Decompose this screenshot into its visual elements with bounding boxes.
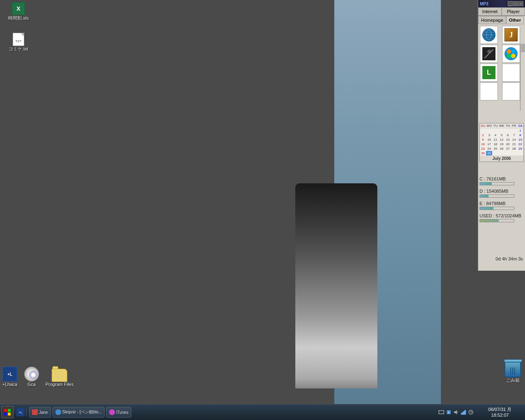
svg-rect-13 bbox=[4, 409, 7, 412]
disk-stat-c: C : 76161MB bbox=[479, 176, 524, 185]
ql-gca[interactable]: Gca bbox=[24, 366, 39, 387]
taskbar-jane[interactable]: Jane bbox=[29, 407, 51, 418]
panel-icon-globe[interactable] bbox=[480, 26, 498, 44]
taskbar-right: A 06/07/31 月 18:52:07 bbox=[436, 404, 525, 420]
mp3-maximize[interactable]: □ bbox=[513, 1, 518, 6]
panel-scrollbar[interactable] bbox=[520, 43, 525, 111]
cal-cell-1-3[interactable]: 5 bbox=[498, 133, 504, 137]
cal-header-th: TH bbox=[505, 123, 511, 128]
cal-cell-2-5[interactable]: 14 bbox=[511, 137, 517, 142]
mp3-title: MP3 bbox=[480, 2, 488, 6]
cal-cell-3-2[interactable]: 18 bbox=[492, 142, 498, 146]
tools-icon bbox=[482, 47, 495, 60]
cal-cell-3-0[interactable]: 16 bbox=[480, 142, 486, 146]
ql-lhaca[interactable]: +L +Lhaca bbox=[2, 366, 18, 387]
cal-cell-3-5[interactable]: 21 bbox=[511, 142, 517, 146]
cal-cell-4-1[interactable]: 24 bbox=[486, 146, 492, 151]
svg-rect-24 bbox=[463, 411, 464, 415]
tools-svg bbox=[482, 47, 495, 60]
cal-cell-1-5[interactable]: 7 bbox=[511, 133, 517, 137]
cal-cell-5-6 bbox=[517, 151, 523, 155]
start-button[interactable] bbox=[1, 406, 14, 418]
cal-cell-3-1[interactable]: 17 bbox=[486, 142, 492, 146]
mp3-minimize[interactable]: _ bbox=[508, 1, 513, 6]
tray-icon-2[interactable]: A bbox=[445, 409, 452, 415]
cal-cell-4-5[interactable]: 28 bbox=[511, 146, 517, 151]
ql-program-files[interactable]: Program Files bbox=[46, 366, 73, 387]
tab-internet[interactable]: Internet bbox=[478, 7, 502, 16]
taskbar-itunes[interactable]: iTunes bbox=[106, 407, 131, 418]
cal-cell-4-3[interactable]: 26 bbox=[498, 146, 504, 151]
cal-cell-2-6[interactable]: 15 bbox=[517, 137, 523, 142]
tab-other[interactable]: Other bbox=[506, 16, 524, 24]
system-tray: A bbox=[438, 409, 474, 415]
tab-homepage[interactable]: Homepage bbox=[478, 16, 506, 24]
tray-network-icon[interactable] bbox=[460, 409, 467, 415]
gca-label: Gca bbox=[27, 382, 36, 387]
panel-icon-tools[interactable] bbox=[480, 45, 498, 63]
cal-cell-5-1[interactable]: 31 bbox=[486, 151, 492, 155]
cal-cell-1-0[interactable]: 2 bbox=[480, 133, 486, 137]
panel-icon-msn[interactable] bbox=[502, 45, 520, 63]
cal-cell-2-1[interactable]: 10 bbox=[486, 137, 492, 142]
cal-cell-2-2[interactable]: 11 bbox=[492, 137, 498, 142]
cal-cell-1-4[interactable]: 6 bbox=[505, 133, 511, 137]
trash-icon-img bbox=[504, 361, 521, 377]
desktop-icon-txt[interactable]: TXT コミケ.txt bbox=[2, 33, 35, 52]
cal-cell-4-0[interactable]: 23 bbox=[480, 146, 486, 151]
tray-volume-icon[interactable] bbox=[453, 409, 459, 415]
l-green-icon: L bbox=[482, 66, 495, 79]
taskbar-itunes-label: iTunes bbox=[116, 410, 128, 415]
cal-cell-3-3[interactable]: 19 bbox=[498, 142, 504, 146]
taskbar-sleipnir[interactable]: Sleipnir - [ペン館blo... bbox=[52, 407, 105, 418]
itunes-icon bbox=[109, 409, 115, 415]
cal-cell-3-6[interactable]: 22 bbox=[517, 142, 523, 146]
memory-bar bbox=[479, 219, 514, 222]
panel-icon-empty2[interactable] bbox=[480, 82, 498, 100]
program-files-label: Program Files bbox=[46, 382, 73, 387]
calendar-day-headers: SU MO TU WE TH FR SA bbox=[480, 123, 523, 128]
panel-icon-j[interactable]: J bbox=[502, 26, 520, 44]
panel-icon-empty3[interactable] bbox=[502, 82, 520, 100]
cal-cell-1-1[interactable]: 3 bbox=[486, 133, 492, 137]
wallpaper-person bbox=[295, 183, 377, 388]
txt-icon: TXT bbox=[13, 33, 24, 46]
cal-cell-4-4[interactable]: 27 bbox=[505, 146, 511, 151]
cal-cell-3-4[interactable]: 20 bbox=[505, 142, 511, 146]
cal-cell-2-0[interactable]: 9 bbox=[480, 137, 486, 142]
cal-cell-5-2 bbox=[492, 151, 498, 155]
cal-cell-4-6[interactable]: 29 bbox=[517, 146, 523, 151]
clock-date: 06/07/31 月 bbox=[477, 406, 523, 412]
cal-cell-2-3[interactable]: 12 bbox=[498, 137, 504, 142]
cal-cell-4-2[interactable]: 25 bbox=[492, 146, 498, 151]
disk-d-fill bbox=[480, 195, 488, 197]
clock-display: 06/07/31 月 18:52:07 bbox=[477, 406, 523, 418]
panel-icon-empty1[interactable] bbox=[502, 64, 520, 82]
tray-icon-5[interactable] bbox=[468, 409, 474, 415]
cal-cell-5-0[interactable]: 30 bbox=[480, 151, 486, 155]
trash-icon[interactable]: ごみ箱 bbox=[504, 361, 521, 383]
tb-ql-icon[interactable]: +L bbox=[16, 408, 25, 416]
mp3-controls: _ □ × bbox=[508, 1, 523, 6]
svg-rect-25 bbox=[464, 410, 466, 415]
cal-cell-0-1 bbox=[486, 128, 492, 133]
svg-line-5 bbox=[484, 49, 493, 58]
txt-icon-label: コミケ.txt bbox=[9, 46, 28, 52]
cal-cell-0-6[interactable]: 1 bbox=[517, 128, 523, 133]
disk-c-bar bbox=[479, 182, 514, 185]
cal-cell-1-6[interactable]: 8 bbox=[517, 133, 523, 137]
sleipnir-icon bbox=[55, 409, 61, 415]
cal-cell-2-4[interactable]: 13 bbox=[505, 137, 511, 142]
tray-icon-1[interactable] bbox=[438, 409, 445, 415]
desktop-icon-excel[interactable]: X 時間割.xls bbox=[2, 2, 35, 21]
tab-player[interactable]: Player bbox=[502, 7, 525, 16]
mp3-close[interactable]: × bbox=[518, 1, 523, 6]
cal-cell-0-3 bbox=[498, 128, 504, 133]
cal-cell-1-2[interactable]: 4 bbox=[492, 133, 498, 137]
disk-c-label: C : 76161MB bbox=[479, 176, 524, 181]
globe-svg bbox=[483, 28, 495, 41]
jane-icon bbox=[32, 409, 38, 415]
svg-text:A: A bbox=[448, 411, 450, 414]
panel-icon-l-green[interactable]: L bbox=[480, 64, 498, 82]
taskbar-sleipnir-label: Sleipnir - [ペン館blo... bbox=[62, 409, 102, 415]
